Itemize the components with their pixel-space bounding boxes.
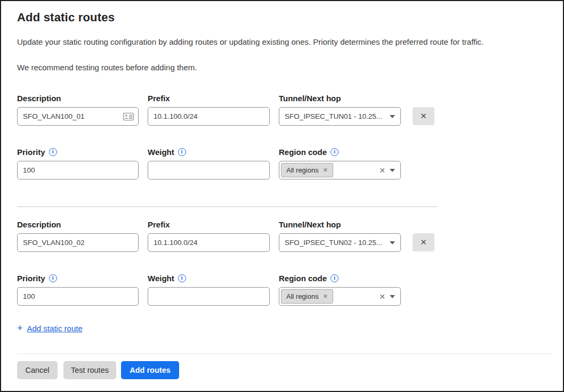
region-chip: All regions ✕ <box>281 163 333 177</box>
priority-input[interactable] <box>17 287 139 306</box>
chip-remove-icon[interactable]: ✕ <box>323 167 328 173</box>
info-icon[interactable]: i <box>49 274 57 282</box>
chevron-down-icon <box>390 295 395 298</box>
clear-selection-icon[interactable]: ✕ <box>379 293 385 300</box>
region-code-label: Region code <box>279 274 327 283</box>
tunnel-next-hop-label: Tunnel/Next hop <box>279 94 341 103</box>
prefix-label: Prefix <box>148 220 170 229</box>
chip-remove-icon[interactable]: ✕ <box>323 293 328 299</box>
recommendation-text: We recommend testing routes before addin… <box>17 63 547 72</box>
region-chip-label: All regions <box>286 166 319 174</box>
add-routes-button[interactable]: Add routes <box>121 361 179 379</box>
remove-route-button[interactable]: ✕ <box>413 233 434 251</box>
description-input[interactable] <box>17 107 139 126</box>
route-divider <box>17 206 437 207</box>
close-icon: ✕ <box>420 111 427 121</box>
add-static-route-link[interactable]: Add static route <box>27 324 83 333</box>
region-code-select[interactable]: All regions ✕ ✕ <box>279 287 401 306</box>
test-routes-button[interactable]: Test routes <box>63 361 116 379</box>
region-code-select[interactable]: All regions ✕ ✕ <box>279 161 401 179</box>
footer-actions: Cancel Test routes Add routes <box>17 361 547 379</box>
prefix-input[interactable] <box>148 233 270 252</box>
footer-divider <box>17 354 552 354</box>
info-icon[interactable]: i <box>178 274 186 282</box>
weight-input[interactable] <box>148 161 270 179</box>
tunnel-next-hop-select[interactable]: SFO_IPSEC_TUN02 - 10.25... <box>279 233 401 252</box>
info-icon[interactable]: i <box>331 274 339 282</box>
remove-route-button[interactable]: ✕ <box>413 107 434 125</box>
description-label: Description <box>17 94 61 103</box>
priority-label: Priority <box>17 274 45 283</box>
description-label: Description <box>17 220 61 229</box>
info-icon[interactable]: i <box>178 148 186 156</box>
route-block-2: Description Prefix Tunnel/Next hop SFO_I <box>17 219 547 306</box>
chevron-down-icon <box>390 169 395 172</box>
tunnel-next-hop-value: SFO_IPSEC_TUN01 - 10.25... <box>285 112 385 120</box>
route-block-1: Description <box>17 93 547 179</box>
weight-label: Weight <box>148 148 174 157</box>
add-static-route-row: + Add static route <box>17 323 547 333</box>
tunnel-next-hop-value: SFO_IPSEC_TUN02 - 10.25... <box>285 239 385 247</box>
weight-label: Weight <box>148 274 174 283</box>
prefix-label: Prefix <box>148 94 170 103</box>
page-title: Add static routes <box>17 11 547 24</box>
region-code-label: Region code <box>279 148 327 157</box>
region-chip: All regions ✕ <box>281 289 333 304</box>
intro-text: Update your static routing configuration… <box>17 37 547 46</box>
weight-input[interactable] <box>148 287 270 306</box>
plus-icon: + <box>17 323 23 333</box>
prefix-input[interactable] <box>148 107 270 126</box>
clear-selection-icon[interactable]: ✕ <box>379 167 385 174</box>
contact-card-icon[interactable] <box>123 112 134 120</box>
dialog-frame: Add static routes Update your static rou… <box>0 0 564 392</box>
chevron-down-icon <box>390 241 395 244</box>
info-icon[interactable]: i <box>331 148 339 156</box>
cancel-button[interactable]: Cancel <box>17 361 58 379</box>
tunnel-next-hop-select[interactable]: SFO_IPSEC_TUN01 - 10.25... <box>279 107 401 126</box>
description-input[interactable] <box>17 233 139 252</box>
info-icon[interactable]: i <box>49 148 57 156</box>
priority-input[interactable] <box>17 161 139 179</box>
region-chip-label: All regions <box>286 292 319 300</box>
close-icon: ✕ <box>420 238 427 247</box>
priority-label: Priority <box>17 148 45 157</box>
tunnel-next-hop-label: Tunnel/Next hop <box>279 220 341 229</box>
chevron-down-icon <box>390 115 395 118</box>
